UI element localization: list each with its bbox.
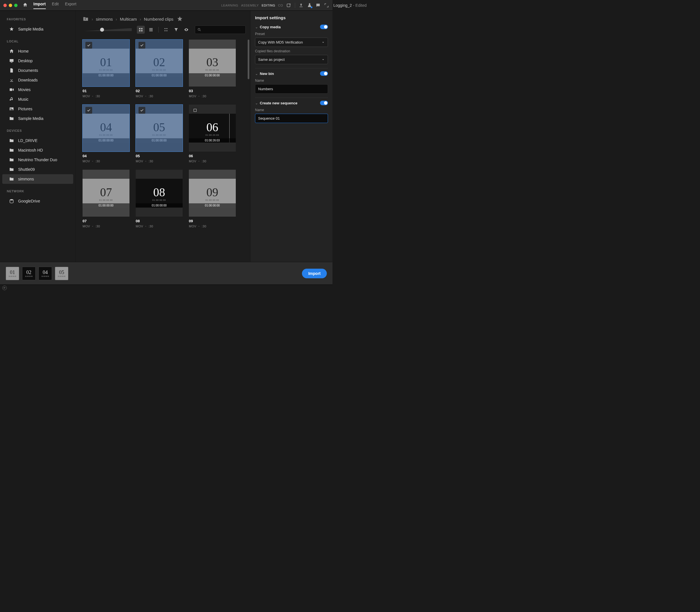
workspace-tab-learning[interactable]: LEARNING — [221, 4, 238, 7]
sidebar-item-home[interactable]: Home — [2, 46, 73, 56]
clip-item[interactable]: 0401:00:00:0001:00:00:0004MOV ・ :30 — [83, 105, 129, 164]
sequence-name-input[interactable]: Sequence 01 — [255, 114, 328, 123]
sidebar-item-movies[interactable]: Movies — [2, 85, 73, 95]
sidebar-item-shuttle09[interactable]: Shuttle09 — [2, 165, 73, 174]
clip-checkbox[interactable] — [85, 42, 92, 48]
import-tray: 0101:00:00:000201:00:00:000401:00:00:000… — [0, 262, 333, 284]
sidebar-item-googledrive[interactable]: GoogleDrive — [2, 196, 73, 206]
sidebar-item-neutrino-thunder-duo[interactable]: Neutrino Thunder Duo — [2, 155, 73, 165]
clip-item[interactable]: 0201:00:00:0001:00:00:0002MOV ・ :30 — [136, 40, 183, 98]
main-tab-edit[interactable]: Edit — [52, 2, 59, 9]
clip-thumbnail[interactable]: 0601:00:26:0301:00:26:03 — [189, 105, 236, 152]
search-input[interactable] — [195, 26, 246, 34]
clip-thumbnail[interactable]: 0701:00:00:0001:00:00:00 — [83, 170, 129, 217]
sidebar-item-sample-media[interactable]: Sample Media — [2, 114, 73, 123]
toggle-new-bin[interactable] — [320, 71, 328, 76]
sidebar-item-sample-media[interactable]: Sample Media — [2, 24, 73, 34]
zoom-slider[interactable] — [84, 28, 132, 32]
main-tab-export[interactable]: Export — [65, 2, 76, 9]
clip-meta: MOV ・ :30 — [83, 159, 129, 164]
workspace-tabs: LEARNINGASSEMBLYEDITINGCO — [221, 4, 283, 7]
workspace-tab-assembly[interactable]: ASSEMBLY — [241, 4, 259, 7]
clip-meta: MOV ・ :30 — [83, 224, 129, 228]
workspace-tab-co[interactable]: CO — [278, 4, 283, 7]
clip-thumbnail[interactable]: 0301:00:00:0001:00:00:00 — [189, 40, 236, 86]
clip-item[interactable]: 0901:00:00:0001:00:00:0009MOV ・ :30 — [189, 170, 236, 228]
tray-clip[interactable]: 0101:00:00:00 — [6, 267, 19, 280]
preset-label: Preset — [255, 32, 328, 36]
sidebar-item-macintosh-hd[interactable]: Macintosh HD — [2, 145, 73, 155]
share-icon[interactable] — [298, 3, 304, 8]
list-view-button[interactable] — [147, 26, 155, 34]
preset-select[interactable]: Copy With MD5 Verification — [255, 38, 328, 47]
clip-thumbnail[interactable]: 0401:00:00:0001:00:00:00 — [83, 105, 129, 152]
sidebar-header: FAVORITES — [0, 16, 75, 23]
grid-view-button[interactable] — [137, 26, 145, 34]
clip-meta: MOV ・ :30 — [136, 224, 183, 228]
workspace-tab-editing[interactable]: EDITING — [262, 4, 275, 7]
scrollbar[interactable] — [248, 40, 249, 79]
filter-button[interactable] — [172, 26, 180, 34]
sidebar-item-downloads[interactable]: Downloads — [2, 75, 73, 85]
folder-icon — [9, 138, 14, 143]
home-icon[interactable] — [23, 2, 28, 9]
tray-clip[interactable]: 0501:00:00:00 — [55, 267, 68, 280]
clip-checkbox[interactable] — [192, 107, 198, 114]
clip-checkbox[interactable] — [85, 107, 92, 114]
clip-checkbox[interactable] — [139, 107, 145, 114]
section-header-new-bin[interactable]: ⌄ New bin — [255, 71, 328, 76]
add-workspace-icon[interactable] — [286, 3, 292, 8]
sidebar-item-desktop[interactable]: Desktop — [2, 56, 73, 66]
folder-back-icon[interactable] — [83, 16, 89, 22]
timecode: 01:00:00:00 — [189, 73, 236, 78]
destination-select[interactable]: Same as project — [255, 55, 328, 64]
clip-meta: MOV ・ :30 — [83, 94, 129, 98]
clip-grid: 0101:00:00:0001:00:00:0001MOV ・ :300201:… — [83, 40, 243, 228]
close-window-button[interactable] — [3, 4, 7, 7]
clip-thumbnail[interactable]: 0501:00:00:0001:00:00:00 — [136, 105, 183, 152]
clip-thumbnail[interactable]: 0901:00:00:0001:00:00:00 — [189, 170, 236, 217]
clip-item[interactable]: 0601:00:26:0301:00:26:0306MOV ・ :30 — [189, 105, 236, 164]
sidebar-item-pictures[interactable]: Pictures — [2, 104, 73, 114]
toggle-new-sequence[interactable] — [320, 101, 328, 105]
import-button[interactable]: Import — [302, 269, 327, 278]
sort-button[interactable] — [162, 26, 170, 34]
clip-item[interactable]: 0501:00:00:0001:00:00:0005MOV ・ :30 — [136, 105, 183, 164]
sidebar-item-documents[interactable]: Documents — [2, 66, 73, 75]
beaker-icon[interactable] — [307, 3, 312, 8]
clip-item[interactable]: 0301:00:00:0001:00:00:0003MOV ・ :30 — [189, 40, 236, 98]
search-icon — [197, 28, 201, 32]
clip-thumbnail[interactable]: 0801:00:00:0001:00:00:00 — [136, 170, 183, 217]
chevron-down-icon: ⌄ — [255, 101, 258, 105]
timecode: 01:00:00:00 — [189, 203, 236, 208]
breadcrumb-item[interactable]: Numbered clips — [144, 17, 173, 22]
clip-item[interactable]: 0101:00:00:0001:00:00:0001MOV ・ :30 — [83, 40, 129, 98]
sidebar-item-music[interactable]: Music — [2, 95, 73, 104]
clip-number: 07 — [100, 185, 112, 199]
bin-name-input[interactable]: Numbers — [255, 84, 328, 94]
visibility-button[interactable] — [182, 26, 190, 34]
cc-sync-icon[interactable]: ⟳ — [2, 286, 7, 290]
clip-item[interactable]: 0801:00:00:0001:00:00:0008MOV ・ :30 — [136, 170, 183, 228]
comment-icon[interactable] — [316, 3, 321, 8]
main-tab-import[interactable]: Import — [33, 2, 46, 9]
folder-icon — [9, 177, 14, 182]
clip-item[interactable]: 0701:00:00:0001:00:00:0007MOV ・ :30 — [83, 170, 129, 228]
sidebar-item-ld_drive[interactable]: LD_DRIVE — [2, 136, 73, 145]
sidebar-item-label: GoogleDrive — [18, 199, 40, 203]
clip-checkbox[interactable] — [139, 42, 145, 48]
toggle-copy-media[interactable] — [320, 25, 328, 29]
star-outline-icon[interactable] — [177, 16, 182, 22]
section-header-copy-media[interactable]: ⌄ Copy media — [255, 25, 328, 29]
section-header-new-sequence[interactable]: ⌄ Create new sequence — [255, 101, 328, 105]
minimize-window-button[interactable] — [9, 4, 12, 7]
clip-thumbnail[interactable]: 0101:00:00:0001:00:00:00 — [83, 40, 129, 86]
breadcrumb-item[interactable]: simmons — [96, 17, 113, 22]
sidebar-item-simmons[interactable]: simmons — [2, 174, 73, 184]
maximize-window-button[interactable] — [14, 4, 17, 7]
fullscreen-icon[interactable] — [324, 3, 329, 8]
tray-clip[interactable]: 0401:00:00:00 — [39, 267, 52, 280]
clip-thumbnail[interactable]: 0201:00:00:0001:00:00:00 — [136, 40, 183, 86]
breadcrumb-item[interactable]: Multicam — [120, 17, 137, 22]
tray-clip[interactable]: 0201:00:00:00 — [22, 267, 36, 280]
